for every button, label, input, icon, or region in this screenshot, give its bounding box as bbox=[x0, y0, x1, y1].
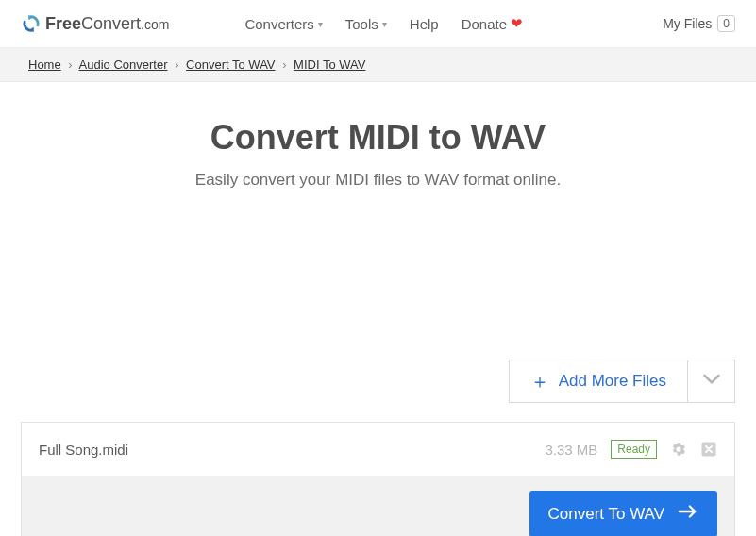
breadcrumb-home[interactable]: Home bbox=[28, 58, 61, 72]
nav-converters[interactable]: Converters ▾ bbox=[244, 15, 322, 32]
file-row: Full Song.midi 3.33 MB Ready bbox=[22, 423, 734, 476]
breadcrumb-midi-to-wav[interactable]: MIDI To WAV bbox=[294, 58, 365, 72]
file-size: 3.33 MB bbox=[545, 442, 597, 458]
breadcrumb-convert-to-wav[interactable]: Convert To WAV bbox=[186, 58, 275, 72]
page-subtitle: Easily convert your MIDI files to WAV fo… bbox=[19, 171, 737, 190]
convert-button[interactable]: Convert To WAV bbox=[529, 491, 717, 536]
my-files-count: 0 bbox=[717, 15, 735, 32]
page-title: Convert MIDI to WAV bbox=[19, 118, 737, 158]
chevron-down-icon bbox=[702, 373, 721, 390]
status-badge: Ready bbox=[611, 440, 657, 459]
add-more-dropdown-button[interactable] bbox=[688, 360, 735, 403]
hero: Convert MIDI to WAV Easily convert your … bbox=[0, 82, 756, 209]
gear-icon[interactable] bbox=[670, 441, 687, 458]
file-panel: Full Song.midi 3.33 MB Ready Convert To … bbox=[21, 422, 735, 536]
chevron-down-icon: ▾ bbox=[318, 19, 323, 29]
nav-help-label: Help bbox=[410, 16, 439, 32]
breadcrumb-audio-converter[interactable]: Audio Converter bbox=[79, 58, 168, 72]
logo-icon bbox=[21, 13, 42, 34]
header: FreeConvert.com Converters ▾ Tools ▾ Hel… bbox=[0, 0, 756, 48]
nav-converters-label: Converters bbox=[244, 16, 313, 32]
breadcrumb: Home › Audio Converter › Convert To WAV … bbox=[0, 48, 756, 82]
nav-help[interactable]: Help bbox=[410, 15, 439, 32]
nav-tools[interactable]: Tools ▾ bbox=[345, 15, 387, 32]
chevron-right-icon: › bbox=[175, 58, 178, 72]
chevron-right-icon: › bbox=[282, 58, 286, 72]
plus-icon: ＋ bbox=[530, 372, 549, 391]
my-files-label: My Files bbox=[663, 16, 712, 31]
nav-donate-label: Donate bbox=[462, 16, 507, 32]
convert-row: Convert To WAV bbox=[22, 476, 734, 536]
actions-row: ＋ Add More Files bbox=[0, 360, 756, 403]
heart-icon: ❤ bbox=[511, 15, 523, 32]
logo-text: FreeConvert.com bbox=[45, 14, 169, 34]
nav-tools-label: Tools bbox=[345, 16, 378, 32]
file-name: Full Song.midi bbox=[39, 442, 531, 458]
add-more-files-button[interactable]: ＋ Add More Files bbox=[509, 360, 688, 403]
chevron-right-icon: › bbox=[68, 58, 72, 72]
arrow-right-icon bbox=[678, 504, 698, 524]
nav-donate[interactable]: Donate ❤ bbox=[462, 15, 523, 32]
add-more-files-label: Add More Files bbox=[559, 372, 666, 391]
convert-button-label: Convert To WAV bbox=[548, 505, 664, 524]
close-icon[interactable] bbox=[700, 441, 717, 458]
my-files-link[interactable]: My Files 0 bbox=[663, 15, 735, 32]
chevron-down-icon: ▾ bbox=[382, 19, 387, 29]
logo[interactable]: FreeConvert.com bbox=[21, 13, 169, 34]
main-nav: Converters ▾ Tools ▾ Help Donate ❤ bbox=[244, 15, 523, 32]
